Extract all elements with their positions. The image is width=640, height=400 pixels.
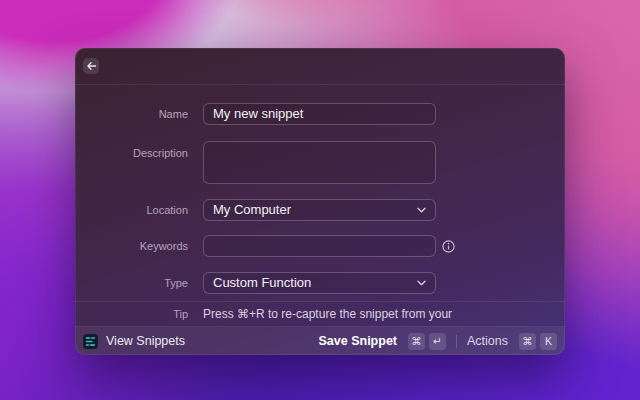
- cmd-key-badge: ⌘: [519, 333, 536, 350]
- k-key-badge: K: [540, 333, 557, 350]
- location-select-value: My Computer: [213, 200, 291, 220]
- view-snippets-label: View Snippets: [106, 334, 185, 348]
- form-row-location: Location My Computer: [75, 199, 565, 221]
- info-icon[interactable]: [442, 240, 455, 253]
- actions-label: Actions: [467, 334, 508, 348]
- name-label: Name: [75, 103, 188, 125]
- tip-row: Tip Press ⌘+R to re-capture the snippet …: [75, 302, 565, 326]
- actions-button[interactable]: Actions ⌘ K: [467, 333, 557, 350]
- chevron-down-icon: [417, 280, 426, 286]
- name-input[interactable]: My new snippet: [203, 103, 436, 125]
- location-label: Location: [75, 199, 188, 221]
- return-key-badge: ↵: [429, 333, 446, 350]
- location-select[interactable]: My Computer: [203, 199, 436, 221]
- cmd-key-badge: ⌘: [408, 333, 425, 350]
- description-textarea[interactable]: [203, 141, 436, 184]
- back-arrow-icon: [87, 62, 96, 70]
- snippets-icon: [83, 334, 98, 349]
- snippet-form: Name My new snippet Description Location…: [75, 85, 565, 301]
- save-snippet-label: Save Snippet: [319, 334, 398, 348]
- form-row-type: Type Custom Function: [75, 272, 565, 294]
- tip-text: Press ⌘+R to re-capture the snippet from…: [203, 307, 452, 321]
- back-button[interactable]: [83, 58, 99, 74]
- form-row-description: Description: [75, 141, 565, 184]
- action-bar: View Snippets Save Snippet ⌘ ↵ Actions ⌘…: [75, 327, 565, 355]
- tip-label: Tip: [75, 302, 188, 326]
- keywords-input[interactable]: [203, 235, 436, 257]
- chevron-down-icon: [417, 207, 426, 213]
- save-snippet-button[interactable]: Save Snippet ⌘ ↵: [319, 333, 447, 350]
- window-header: [75, 48, 565, 84]
- description-label: Description: [75, 141, 188, 184]
- keywords-label: Keywords: [75, 235, 188, 257]
- action-bar-right: Save Snippet ⌘ ↵ Actions ⌘ K: [319, 333, 558, 350]
- action-bar-separator: [456, 335, 457, 348]
- form-row-keywords: Keywords: [75, 235, 565, 257]
- type-label: Type: [75, 272, 188, 294]
- create-snippet-window: Name My new snippet Description Location…: [75, 48, 565, 355]
- type-select-value: Custom Function: [213, 273, 311, 293]
- form-row-name: Name My new snippet: [75, 103, 565, 125]
- command-indicator: View Snippets: [83, 334, 185, 349]
- type-select[interactable]: Custom Function: [203, 272, 436, 294]
